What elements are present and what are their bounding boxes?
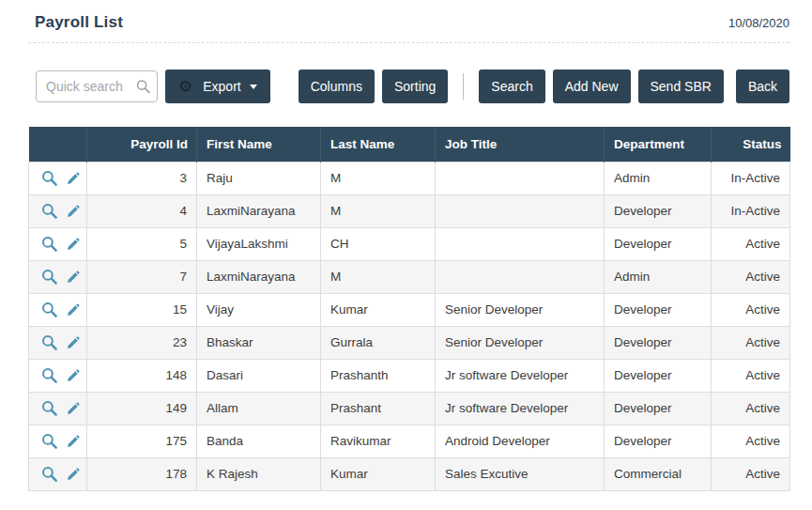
pencil-icon [66, 339, 81, 353]
pencil-icon [66, 175, 81, 189]
header-status[interactable]: Status [712, 127, 790, 162]
edit-row-button[interactable] [66, 335, 81, 350]
cell-status: In-Active [712, 194, 790, 227]
table-row: 148 Dasari Prashanth Jr software Develop… [29, 359, 790, 392]
cell-payroll-id: 178 [87, 457, 197, 490]
magnifier-icon [40, 439, 58, 453]
view-row-button[interactable] [40, 301, 58, 318]
page-title: Payroll List [35, 13, 123, 32]
cell-last-name: M [321, 260, 436, 293]
send-sbr-button[interactable]: Send SBR [638, 70, 724, 103]
magnifier-icon [40, 274, 58, 288]
cell-payroll-id: 175 [87, 425, 197, 457]
cell-job-title [436, 162, 605, 194]
pencil-icon [66, 208, 81, 222]
edit-row-button[interactable] [66, 467, 81, 482]
columns-button[interactable]: Columns [299, 70, 375, 103]
cell-department: Admin [605, 260, 712, 293]
export-button[interactable]: ⚙ Export [165, 70, 270, 103]
view-row-button[interactable] [40, 366, 58, 384]
cell-status: Active [712, 326, 790, 359]
cell-job-title: Senior Developer [436, 293, 605, 326]
pencil-icon [66, 438, 81, 452]
header-last-name[interactable]: Last Name [321, 127, 436, 162]
magnifier-icon [40, 307, 58, 321]
table-row: 5 VijayaLakshmi CH Developer Active [29, 227, 790, 260]
cell-last-name: M [321, 194, 436, 227]
view-row-button[interactable] [40, 432, 58, 450]
edit-row-button[interactable] [66, 237, 81, 252]
title-bar: Payroll List 10/08/2020 [28, 13, 789, 32]
toolbar-separator [463, 73, 464, 100]
cell-job-title: Jr software Developer [436, 359, 605, 392]
cell-department: Developer [605, 227, 712, 260]
view-row-button[interactable] [40, 202, 58, 220]
header-actions [29, 127, 87, 162]
edit-row-button[interactable] [66, 368, 81, 383]
cell-job-title: Senior Developer [436, 326, 605, 359]
back-button[interactable]: Back [736, 70, 789, 103]
header-payroll-id[interactable]: Payroll Id [87, 127, 197, 162]
edit-row-button[interactable] [66, 401, 81, 416]
view-row-button[interactable] [40, 268, 58, 286]
cell-last-name: Gurrala [321, 326, 436, 359]
magnifier-icon [40, 209, 58, 223]
magnifier-icon [40, 340, 58, 354]
edit-row-button[interactable] [66, 434, 81, 449]
cell-payroll-id: 7 [87, 260, 197, 293]
table-row: 4 LaxmiNarayana M Developer In-Active [29, 194, 790, 227]
cell-payroll-id: 15 [87, 293, 197, 326]
gear-icon: ⚙ [178, 79, 192, 95]
header-first-name[interactable]: First Name [197, 127, 321, 162]
view-row-button[interactable] [40, 235, 58, 253]
cell-job-title [436, 194, 605, 227]
cell-first-name: LaxmiNarayana [197, 194, 321, 227]
sorting-button-label: Sorting [394, 79, 436, 94]
edit-row-button[interactable] [66, 171, 81, 186]
back-button-label: Back [748, 79, 777, 94]
cell-actions [29, 425, 87, 457]
magnifier-icon [40, 406, 58, 420]
cell-first-name: Vijay [197, 293, 321, 326]
edit-row-button[interactable] [66, 204, 81, 219]
payroll-list-page: Payroll List 10/08/2020 ⚙ Export Columns… [0, 0, 812, 491]
cell-job-title: Sales Excutive [436, 457, 605, 490]
caret-down-icon [250, 85, 257, 89]
cell-first-name: LaxmiNarayana [197, 260, 321, 293]
table-header: Payroll Id First Name Last Name Job Titl… [29, 127, 790, 162]
cell-payroll-id: 4 [87, 194, 197, 227]
send-sbr-button-label: Send SBR [651, 79, 712, 94]
sorting-button[interactable]: Sorting [382, 70, 448, 103]
cell-department: Developer [605, 425, 712, 457]
table-header-row: Payroll Id First Name Last Name Job Titl… [29, 127, 790, 162]
magnifier-icon [40, 176, 58, 190]
table-row: 15 Vijay Kumar Senior Developer Develope… [29, 293, 790, 326]
date-label: 10/08/2020 [728, 16, 789, 30]
pencil-icon [66, 471, 81, 485]
cell-department: Commercial [605, 457, 712, 490]
cell-department: Developer [605, 392, 712, 425]
header-job-title[interactable]: Job Title [436, 127, 605, 162]
search-button[interactable]: Search [479, 70, 544, 103]
cell-payroll-id: 5 [87, 227, 197, 260]
header-department[interactable]: Department [605, 127, 712, 162]
cell-actions [29, 326, 87, 359]
table-body: 3 Raju M Admin In-Active [29, 162, 790, 490]
cell-first-name: VijayaLakshmi [197, 227, 321, 260]
edit-row-button[interactable] [66, 270, 81, 285]
add-new-button[interactable]: Add New [553, 70, 631, 103]
view-row-button[interactable] [40, 169, 58, 187]
search-button-label: Search [491, 79, 532, 94]
cell-department: Developer [605, 359, 712, 392]
view-row-button[interactable] [40, 399, 58, 417]
view-row-button[interactable] [40, 333, 58, 351]
pencil-icon [66, 240, 81, 255]
edit-row-button[interactable] [66, 302, 81, 317]
cell-payroll-id: 148 [87, 359, 197, 392]
magnifier-icon [40, 471, 58, 486]
cell-first-name: Dasari [197, 359, 321, 392]
magnifier-icon [135, 79, 151, 95]
table-row: 175 Banda Ravikumar Android Developer De… [29, 425, 790, 457]
pencil-icon [66, 273, 81, 287]
view-row-button[interactable] [40, 465, 58, 483]
